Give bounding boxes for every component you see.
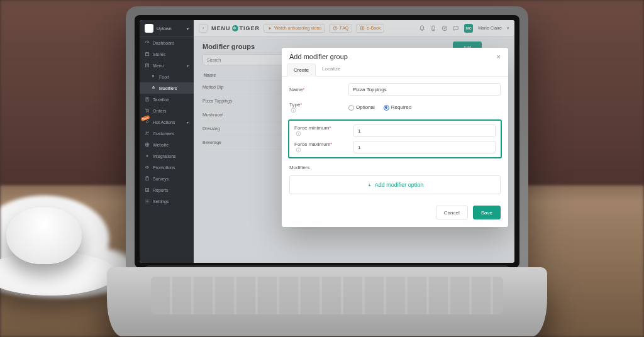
add-modifier-option-label: Add modifier option [375,182,424,188]
sidebar-item-stores[interactable]: Stores [140,48,194,60]
laptop-keyboard [151,277,503,314]
info-icon[interactable] [291,108,296,113]
laptop-lid: Uptown ▾ Dashboard Stores [126,6,528,277]
app-root: Uptown ▾ Dashboard Stores [140,20,514,263]
chevron-down-icon: ▾ [187,26,189,31]
clipboard-icon [145,176,150,181]
modifiers-section-label: Modifiers [289,165,501,170]
flame-icon [145,119,150,124]
sidebar-item-hot-actions[interactable]: New Hot Actions ▾ [140,116,194,128]
sidebar-item-label: Reports [153,188,169,192]
add-modifier-option-button[interactable]: ＋ Add modifier option [289,175,501,194]
sidebar-item-label: Orders [153,109,166,113]
sidebar: Uptown ▾ Dashboard Stores [140,20,194,263]
sidebar-item-label: Dashboard [153,41,174,45]
sidebar-item-food[interactable]: Food [140,71,194,82]
svg-point-8 [147,155,147,156]
cup-prop [6,207,82,264]
field-row-force-min: Force minimum* [294,124,496,137]
gauge-icon [145,40,150,45]
chevron-down-icon: ▾ [187,120,189,124]
modal-title: Add modifier group [289,53,348,60]
tab-localize[interactable]: Localize [316,63,347,76]
chevron-down-icon: ▾ [187,64,189,68]
name-label: Name* [289,87,343,92]
sidebar-item-taxation[interactable]: Taxation [140,94,194,105]
sidebar-item-surveys[interactable]: Surveys [140,173,194,184]
svg-point-3 [147,112,147,113]
sidebar-item-dashboard[interactable]: Dashboard [140,37,194,48]
force-max-label: Force maximum* [294,141,348,153]
add-modifier-group-modal: Add modifier group × Create Localize Nam… [282,48,508,227]
modal-tabs: Create Localize [282,63,508,77]
radio-selected-icon [384,105,389,111]
food-icon [151,74,156,79]
radio-icon [348,105,354,111]
svg-point-6 [148,132,148,133]
modal-header: Add modifier group × [282,48,508,63]
type-option-required[interactable]: Required [384,104,411,110]
sidebar-item-menu[interactable]: Menu ▾ [140,60,194,71]
type-label: Type* [289,102,343,113]
laptop-bezel: Uptown ▾ Dashboard Stores [135,15,519,268]
info-icon[interactable] [296,147,301,153]
sidebar-item-label: Promotions [153,165,175,170]
megaphone-icon [145,165,150,170]
sidebar-item-label: Taxation [153,97,169,102]
modifiers-icon [151,86,156,91]
field-row-name: Name* [289,83,501,96]
modal-body: Name* Type* Optional Required [282,77,508,201]
field-row-type: Type* Optional Required [289,102,501,113]
receipt-icon [145,97,150,102]
sidebar-item-label: Settings [153,199,169,204]
force-min-label: Force minimum* [294,125,348,136]
users-icon [145,131,150,136]
sidebar-item-label: Customers [153,131,174,136]
laptop-screen: Uptown ▾ Dashboard Stores [140,20,514,263]
svg-point-4 [148,112,148,113]
main-area: ‹ MENU ✶ TIGER Watch onboarding video [194,20,514,263]
force-min-max-highlight: Force minimum* Force maximum* [288,119,502,158]
svg-point-12 [147,201,148,202]
sidebar-item-modifiers[interactable]: Modifiers [140,82,194,94]
cart-icon [145,108,150,113]
sidebar-item-promotions[interactable]: Promotions [140,162,194,173]
sidebar-item-label: Surveys [153,177,169,181]
svg-point-5 [146,132,147,133]
store-icon [145,52,150,57]
globe-icon [145,142,150,147]
tab-create[interactable]: Create [287,64,316,77]
workspace-logo [145,24,153,33]
cancel-button[interactable]: Cancel [436,206,468,219]
close-icon[interactable]: × [497,53,501,60]
sidebar-item-label: Website [153,143,169,147]
menu-icon [145,63,150,68]
sidebar-item-customers[interactable]: Customers [140,128,194,139]
report-icon [145,187,150,192]
sidebar-item-reports[interactable]: Reports [140,184,194,196]
modal-footer: Cancel Save [282,201,508,227]
plus-icon: ＋ [367,181,372,189]
laptop: Uptown ▾ Dashboard Stores [107,6,547,333]
sidebar-item-website[interactable]: Website [140,139,194,150]
integrations-icon [145,153,150,158]
sidebar-item-label: Hot Actions [153,120,175,124]
info-icon[interactable] [296,131,301,136]
sidebar-item-integrations[interactable]: Integrations [140,150,194,162]
workspace-name: Uptown [157,26,172,31]
sidebar-item-label: Modifiers [159,86,177,91]
gear-icon [145,199,150,204]
sidebar-item-settings[interactable]: Settings [140,196,194,207]
sidebar-item-label: Stores [153,52,165,57]
sidebar-workspace[interactable]: Uptown ▾ [140,20,194,37]
force-max-input[interactable] [353,141,496,153]
svg-rect-0 [145,53,148,56]
type-option-optional[interactable]: Optional [348,104,375,110]
sidebar-item-label: Food [159,75,169,79]
name-input[interactable] [348,83,501,96]
save-button[interactable]: Save [473,206,501,219]
sidebar-item-label: Menu [153,64,164,68]
force-min-input[interactable] [353,124,496,137]
field-row-force-max: Force maximum* [294,141,496,153]
sidebar-item-label: Integrations [153,154,176,158]
